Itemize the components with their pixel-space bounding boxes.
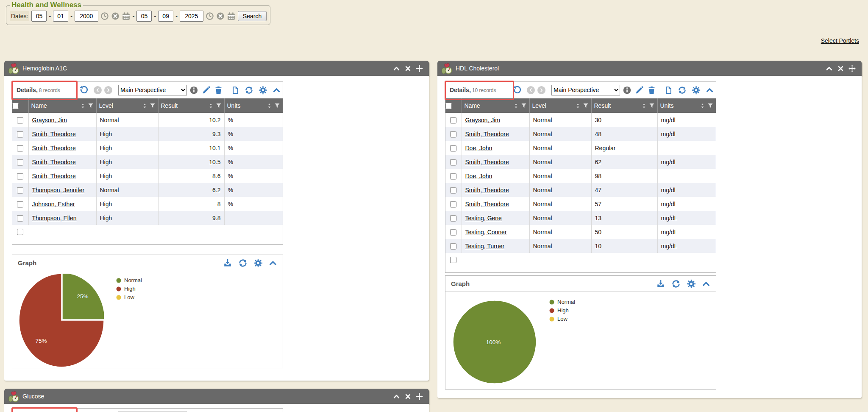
download-icon[interactable] [223,258,232,268]
patient-link[interactable]: Smith, Theodore [32,145,76,151]
patient-link[interactable]: Testing, Turner [465,243,505,249]
row-checkbox[interactable] [450,117,456,123]
edit-icon[interactable] [635,86,644,95]
column-header-name[interactable]: Name [462,98,529,113]
patient-link[interactable]: Smith, Theodore [32,159,76,165]
to-time-icon[interactable] [206,12,214,20]
patient-link[interactable]: Smith, Theodore [465,201,509,207]
row-checkbox[interactable] [450,131,456,137]
patient-link[interactable]: Smith, Theodore [32,131,76,137]
collapse-portlet-icon[interactable] [393,393,400,400]
column-header-units[interactable]: Units [224,98,283,113]
collapse-portlet-icon[interactable] [393,65,400,72]
perspective-select[interactable]: Main Perspective [118,85,187,95]
filter-funnel-icon[interactable] [521,103,527,109]
search-button[interactable]: Search [238,11,267,21]
row-checkbox[interactable] [450,145,456,151]
sort-icon[interactable] [208,103,214,109]
row-checkbox[interactable] [450,215,456,221]
filter-funnel-icon[interactable] [583,103,589,109]
info-icon[interactable] [189,86,198,95]
info-icon[interactable] [623,86,632,95]
select-all-header[interactable] [445,98,462,113]
filter-funnel-icon[interactable] [88,103,94,109]
row-checkbox[interactable] [17,173,23,179]
column-header-units[interactable]: Units [657,98,716,113]
refresh-icon[interactable] [245,86,253,95]
column-header-level[interactable]: Level [96,98,158,113]
row-checkbox[interactable] [450,159,456,165]
sort-icon[interactable] [575,103,581,109]
refresh-icon[interactable] [671,279,681,289]
row-checkbox[interactable] [17,117,23,123]
patient-link[interactable]: Doe, John [465,173,492,179]
perspective-select[interactable]: Main Perspective [551,85,620,95]
close-portlet-icon[interactable] [405,65,411,72]
refresh-icon[interactable] [678,86,687,95]
row-checkbox[interactable] [450,173,456,179]
row-checkbox[interactable] [450,187,456,193]
delete-icon[interactable] [647,86,656,95]
patient-link[interactable]: Doe, John [465,145,492,151]
filter-funnel-icon[interactable] [216,103,222,109]
next-page-icon[interactable] [104,86,112,94]
row-checkbox[interactable] [450,229,456,235]
row-checkbox[interactable] [17,131,23,137]
collapse-section-icon[interactable] [702,280,710,288]
row-checkbox[interactable] [450,201,456,207]
collapse-portlet-icon[interactable] [826,65,833,72]
sort-icon[interactable] [700,103,705,109]
patient-link[interactable]: Johnson, Esther [32,201,75,207]
row-checkbox[interactable] [17,187,23,193]
row-checkbox[interactable] [17,201,23,207]
column-header-result[interactable]: Result [158,98,224,113]
edit-icon[interactable] [202,86,211,95]
sort-icon[interactable] [513,103,519,109]
patient-link[interactable]: Smith, Theodore [465,187,509,193]
next-page-icon[interactable] [537,86,545,94]
undo-icon[interactable] [512,85,522,95]
collapse-section-icon[interactable] [273,86,281,94]
patient-link[interactable]: Testing, Gene [465,215,502,221]
new-document-icon[interactable] [231,86,239,95]
patient-link[interactable]: Smith, Theodore [465,131,509,137]
to-calendar-icon[interactable] [227,12,236,21]
select-all-checkbox[interactable] [445,103,452,109]
row-checkbox[interactable] [450,243,456,249]
move-portlet-icon[interactable] [416,393,423,400]
column-header-name[interactable]: Name [28,98,96,113]
row-checkbox[interactable] [450,257,456,263]
filter-funnel-icon[interactable] [707,103,713,109]
patient-link[interactable]: Smith, Theodore [465,159,509,165]
from-time-icon[interactable] [100,12,109,20]
select-portlets-link[interactable]: Select Portlets [821,37,859,44]
column-header-result[interactable]: Result [591,98,657,113]
close-portlet-icon[interactable] [405,393,411,400]
row-checkbox[interactable] [17,145,23,151]
patient-link[interactable]: Grayson, Jim [32,117,67,123]
prev-page-icon[interactable] [527,86,535,94]
to-day-field[interactable] [158,11,173,22]
filter-funnel-icon[interactable] [150,103,156,109]
sort-icon[interactable] [142,103,147,109]
from-month-field[interactable] [31,11,47,22]
sort-icon[interactable] [641,103,647,109]
from-year-field[interactable] [75,11,98,22]
settings-gear-icon[interactable] [692,86,701,95]
refresh-icon[interactable] [238,258,248,268]
from-clear-icon[interactable] [111,12,120,20]
move-portlet-icon[interactable] [416,65,423,72]
row-checkbox[interactable] [17,215,23,221]
row-checkbox[interactable] [17,229,23,235]
patient-link[interactable]: Testing, Conner [465,229,507,235]
prev-page-icon[interactable] [94,86,102,94]
select-all-header[interactable] [12,98,28,113]
settings-gear-icon[interactable] [687,279,696,289]
patient-link[interactable]: Thompson, Ellen [32,215,77,221]
row-checkbox[interactable] [17,159,23,165]
delete-icon[interactable] [214,86,223,95]
patient-link[interactable]: Smith, Theodore [32,173,76,179]
from-calendar-icon[interactable] [122,12,131,21]
collapse-section-icon[interactable] [269,259,277,267]
patient-link[interactable]: Thompson, Jennifer [32,187,85,193]
